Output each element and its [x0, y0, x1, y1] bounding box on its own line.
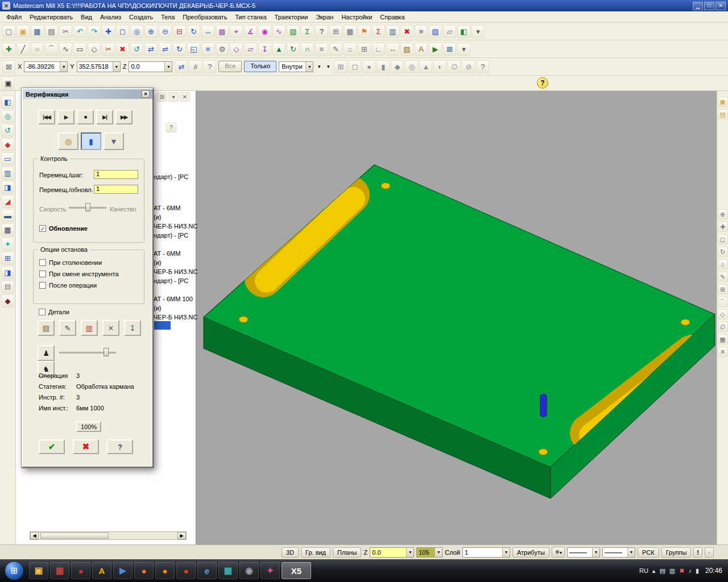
- menu-item[interactable]: Преобразовать: [179, 13, 231, 22]
- player-icon[interactable]: ▶: [113, 562, 133, 579]
- inside-caret-icon[interactable]: ▾: [305, 62, 313, 72]
- menu-item[interactable]: Вид: [77, 13, 96, 22]
- menu-item[interactable]: Файл: [2, 13, 26, 22]
- levels-icon[interactable]: ≡: [415, 25, 428, 38]
- menu-item[interactable]: Редактировать: [26, 13, 77, 22]
- step-button[interactable]: ▶|: [96, 110, 113, 124]
- zoom-target-icon[interactable]: ◎: [130, 25, 143, 38]
- details-checkbox[interactable]: Детали: [39, 309, 69, 315]
- section-view-icon[interactable]: ◨: [1, 266, 14, 279]
- turbo-button[interactable]: ◎: [58, 132, 78, 150]
- tree-item-fragment[interactable]: (и): [154, 214, 161, 221]
- machine-def-icon[interactable]: ⚙: [216, 43, 229, 56]
- browser-icon[interactable]: ●: [176, 562, 196, 579]
- xform-scale-icon[interactable]: ◱: [187, 43, 200, 56]
- ie-icon[interactable]: e: [197, 562, 217, 579]
- grid-view-icon[interactable]: ⊞: [1, 252, 14, 265]
- select-flyout-caret-2[interactable]: ▾: [325, 60, 332, 73]
- vp-home-icon[interactable]: ⌂: [718, 259, 728, 269]
- tree-item-fragment[interactable]: (и): [154, 259, 161, 266]
- inside-select[interactable]: Внутри ▾: [279, 61, 313, 72]
- folder-new-icon[interactable]: ▣: [718, 97, 728, 107]
- panel-horizontal-scrollbar[interactable]: ◀ ▶: [30, 531, 187, 540]
- hatch-icon[interactable]: ▨: [400, 43, 413, 56]
- xform-rotate-icon[interactable]: ↻: [173, 43, 186, 56]
- hidden-icons-button[interactable]: ▴: [652, 567, 656, 575]
- help-bubble-icon[interactable]: ?: [537, 77, 548, 89]
- mask-torus-icon[interactable]: ◎: [405, 60, 418, 73]
- minimize-button[interactable]: ▁: [693, 2, 703, 10]
- menu-item[interactable]: Тела: [157, 13, 179, 22]
- language-indicator[interactable]: RU: [639, 567, 648, 574]
- dot-button[interactable]: ·: [705, 547, 714, 558]
- moves-per-step-field[interactable]: 1: [94, 170, 138, 179]
- chook-icon[interactable]: Σ: [372, 25, 385, 38]
- poly-small-icon[interactable]: ◇: [718, 309, 728, 319]
- autocursor-icon[interactable]: ▦: [344, 25, 357, 38]
- tree-item-fragment[interactable]: ндарт) - [PC: [154, 173, 188, 180]
- clipboard-icon[interactable]: ▥: [386, 25, 399, 38]
- create-polygon-icon[interactable]: ◇: [88, 43, 101, 56]
- undo-icon[interactable]: ↶: [73, 25, 86, 38]
- prohibit-icon[interactable]: ⊘: [462, 60, 475, 73]
- keyboard-icon[interactable]: ▤: [659, 567, 665, 575]
- mask-half-icon[interactable]: ◐: [433, 60, 446, 73]
- xform-translate-icon[interactable]: ⇄: [144, 43, 158, 56]
- list-view-icon[interactable]: ⊟: [1, 280, 14, 293]
- grid-icon[interactable]: ⊞: [329, 25, 342, 38]
- maximize-button[interactable]: □: [704, 2, 714, 10]
- row1-caret-icon[interactable]: ▾: [471, 25, 485, 38]
- close-button[interactable]: ✕: [715, 2, 726, 10]
- firefox-icon[interactable]: ●: [134, 562, 154, 579]
- toolpath-drill-icon[interactable]: ↧: [258, 43, 271, 56]
- zoom-window-icon[interactable]: ◻: [116, 25, 129, 38]
- zoom-fit-icon[interactable]: ✚: [102, 25, 115, 38]
- status-planes-button[interactable]: Планы: [333, 547, 361, 558]
- delete-icon[interactable]: ✖: [116, 43, 129, 56]
- simulate-button[interactable]: ▮: [81, 132, 101, 150]
- menu-item[interactable]: Экран: [312, 13, 337, 22]
- spark-icon[interactable]: ✦: [1, 238, 14, 251]
- y-caret-icon[interactable]: ▾: [113, 62, 120, 72]
- save-stock-button[interactable]: ↧: [124, 320, 141, 336]
- analyze-position-icon[interactable]: ⌖: [230, 25, 243, 38]
- z-coordinate-field[interactable]: 0.0 ▾: [129, 61, 172, 72]
- xform-mirror-icon[interactable]: ⇌: [159, 43, 172, 56]
- scroll-thumb[interactable]: [40, 533, 109, 539]
- menu-item[interactable]: Справка: [376, 13, 408, 22]
- panel-caret-icon[interactable]: ▾: [168, 92, 179, 102]
- levels-manager-icon[interactable]: ≡: [315, 43, 328, 56]
- attributes-button[interactable]: Атрибуты: [512, 547, 549, 558]
- point-entry-icon[interactable]: ⊠: [2, 60, 15, 73]
- folder-up-icon[interactable]: ▤: [718, 109, 728, 119]
- panel-close-icon[interactable]: ✕: [180, 92, 190, 102]
- sketch-icon[interactable]: ✎: [718, 272, 728, 282]
- select-only-button[interactable]: Только: [244, 61, 276, 72]
- status-z-caret[interactable]: ▾: [406, 548, 413, 557]
- groups-button[interactable]: Группы: [661, 547, 692, 558]
- quality-button[interactable]: ▼: [104, 132, 124, 150]
- undelete-icon[interactable]: ↺: [130, 43, 143, 56]
- stop-option-checkbox[interactable]: После операции: [39, 282, 119, 289]
- hole-left[interactable]: [239, 317, 248, 323]
- explorer-icon[interactable]: ▣: [29, 562, 48, 579]
- view-top-icon[interactable]: ◎: [1, 110, 14, 123]
- select-all-button[interactable]: Все: [218, 61, 242, 72]
- ok-button[interactable]: ✔: [39, 439, 65, 454]
- panel-help-icon[interactable]: ?: [166, 123, 176, 132]
- fastpoint-icon[interactable]: #: [189, 60, 202, 73]
- tree-item-fragment[interactable]: ЧЕР-Б НИЗ.NC: [154, 314, 197, 321]
- stop-option-checkbox[interactable]: При столкновении: [39, 259, 119, 266]
- step-person-button[interactable]: ♟: [38, 345, 55, 361]
- view-front-icon[interactable]: ↺: [1, 124, 14, 137]
- shade-toggle-icon[interactable]: ◨: [1, 181, 14, 194]
- edit-tool-button[interactable]: ✎: [59, 320, 76, 336]
- screen-capture-icon[interactable]: ✂: [59, 25, 72, 38]
- wcs-button[interactable]: РСК: [638, 547, 659, 558]
- report-button[interactable]: ▥: [81, 320, 98, 336]
- toolpath-contour-icon[interactable]: ◇: [230, 43, 243, 56]
- whats-this-icon[interactable]: ?: [315, 25, 328, 38]
- volume-icon[interactable]: ♪: [688, 567, 692, 575]
- line-width-caret[interactable]: ▾: [627, 548, 635, 557]
- new-file-icon[interactable]: ▢: [2, 25, 15, 38]
